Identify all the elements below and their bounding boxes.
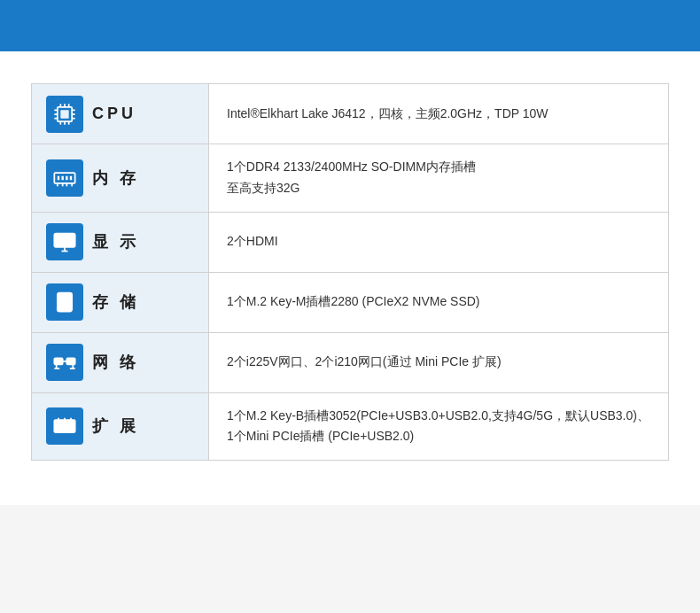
bottom-space <box>0 487 700 505</box>
spec-value-text-expansion: 1个M.2 Key-B插槽3052(PCIe+USB3.0+USB2.0,支持4… <box>227 406 650 448</box>
spec-value-cpu: Intel®Elkhart Lake J6412，四核，主频2.0GHz，TDP… <box>209 84 668 144</box>
svg-rect-42 <box>63 423 66 430</box>
spec-row-cpu: CPU Intel®Elkhart Lake J6412，四核，主频2.0GHz… <box>32 84 668 144</box>
svg-rect-16 <box>62 175 64 180</box>
svg-rect-32 <box>62 296 68 298</box>
svg-rect-15 <box>58 175 59 180</box>
svg-point-31 <box>64 303 66 305</box>
spec-table: CPU Intel®Elkhart Lake J6412，四核，主频2.0GHz… <box>31 83 669 461</box>
spec-value-memory: 1个DDR4 2133/2400MHz SO-DIMM内存插槽至高支持32G <box>209 144 668 212</box>
spec-value-expansion: 1个M.2 Key-B插槽3052(PCIe+USB3.0+USB2.0,支持4… <box>209 393 668 461</box>
page-wrapper: CPU Intel®Elkhart Lake J6412，四核，主频2.0GHz… <box>0 0 700 505</box>
banner-section <box>0 0 700 51</box>
spec-value-text-display: 2个HDMI <box>227 231 278 252</box>
spec-icon-display <box>46 223 83 260</box>
svg-rect-43 <box>68 423 73 427</box>
spec-icon-memory <box>46 159 83 197</box>
spec-value-text-memory: 1个DDR4 2133/2400MHz SO-DIMM内存插槽至高支持32G <box>227 157 476 199</box>
spec-label-cpu: CPU <box>32 84 209 144</box>
spec-label-expansion: 扩 展 <box>32 393 209 461</box>
spec-label-display: 显 示 <box>32 213 209 272</box>
svg-rect-33 <box>54 358 62 364</box>
spec-label-text-memory: 内 存 <box>92 167 139 189</box>
spec-icon-network <box>46 344 83 381</box>
spec-label-text-cpu: CPU <box>92 105 136 123</box>
svg-rect-18 <box>70 175 72 180</box>
svg-rect-17 <box>66 175 67 180</box>
spec-label-text-network: 网 络 <box>92 352 139 373</box>
spec-value-text-cpu: Intel®Elkhart Lake J6412，四核，主频2.0GHz，TDP… <box>227 104 548 125</box>
spec-icon-cpu <box>46 96 83 133</box>
spec-row-storage: 存 储 1个M.2 Key-M插槽2280 (PCIeX2 NVMe SSD) <box>32 273 668 333</box>
spec-value-display: 2个HDMI <box>209 213 668 272</box>
spec-row-network: 网 络 2个i225V网口、2个i210网口(通过 Mini PCIe 扩展) <box>32 333 668 393</box>
spec-icon-expansion <box>46 407 83 445</box>
spec-value-text-storage: 1个M.2 Key-M插槽2280 (PCIeX2 NVMe SSD) <box>227 291 480 313</box>
spec-label-memory: 内 存 <box>32 144 209 212</box>
svg-rect-41 <box>58 423 61 430</box>
spec-value-storage: 1个M.2 Key-M插槽2280 (PCIeX2 NVMe SSD) <box>209 273 668 332</box>
svg-rect-34 <box>66 358 74 364</box>
spec-row-memory: 内 存 1个DDR4 2133/2400MHz SO-DIMM内存插槽至高支持3… <box>32 144 668 213</box>
spec-label-storage: 存 储 <box>32 273 209 332</box>
spacer <box>0 51 700 83</box>
svg-rect-1 <box>60 110 68 118</box>
spec-icon-storage <box>46 283 83 321</box>
spec-row-display: 显 示 2个HDMI <box>32 213 668 273</box>
spec-label-text-display: 显 示 <box>92 231 139 252</box>
spec-value-text-network: 2个i225V网口、2个i210网口(通过 Mini PCIe 扩展) <box>227 352 502 373</box>
spec-row-expansion: 扩 展 1个M.2 Key-B插槽3052(PCIe+USB3.0+USB2.0… <box>32 393 668 461</box>
spec-label-text-storage: 存 储 <box>92 291 139 313</box>
spec-value-network: 2个i225V网口、2个i210网口(通过 Mini PCIe 扩展) <box>209 333 668 392</box>
spec-label-text-expansion: 扩 展 <box>92 415 139 437</box>
spec-label-network: 网 络 <box>32 333 209 392</box>
